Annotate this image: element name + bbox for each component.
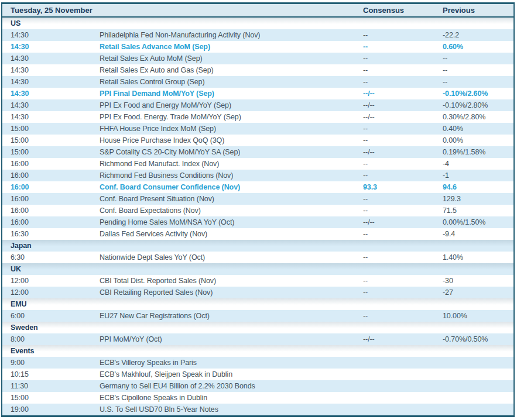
event-time: 14:30 bbox=[11, 29, 100, 41]
consensus-value: -- bbox=[363, 64, 443, 76]
event-row[interactable]: 15:00S&P Cotality CS 20-City MoM/YoY SA … bbox=[2, 146, 513, 158]
previous-value bbox=[443, 392, 513, 404]
event-time: 8:00 bbox=[11, 333, 100, 345]
event-name: ECB's Villeroy Speaks in Paris bbox=[100, 357, 363, 369]
event-row[interactable]: 14:30PPI Ex Food and Energy MoM/YoY (Sep… bbox=[2, 99, 513, 111]
event-row[interactable]: 10:15ECB's Makhlouf, Sleijpen Speak in D… bbox=[2, 369, 513, 380]
consensus-value: -- bbox=[363, 275, 443, 287]
consensus-value: --/-- bbox=[363, 216, 443, 228]
previous-value: -22.2 bbox=[443, 29, 513, 41]
event-row[interactable]: 16:00Pending Home Sales MoM/NSA YoY (Oct… bbox=[2, 216, 513, 228]
consensus-value: -- bbox=[363, 53, 443, 64]
event-row[interactable]: 19:00U.S. To Sell USD70 Bln 5-Year Notes bbox=[2, 404, 513, 415]
event-row[interactable]: 16:00Richmond Fed Manufact. Index (Nov)-… bbox=[2, 158, 513, 170]
event-name: Retail Sales Ex Auto and Gas (Sep) bbox=[100, 64, 363, 76]
previous-value: -- bbox=[443, 76, 513, 88]
event-time: 16:00 bbox=[11, 193, 100, 205]
section-label: EMU bbox=[11, 298, 513, 310]
event-row[interactable]: 14:30PPI Ex Food. Energy. Trade MoM/YoY … bbox=[2, 111, 513, 123]
previous-column-header: Previous bbox=[443, 4, 513, 16]
event-row[interactable]: 14:30Retail Sales Ex Auto and Gas (Sep)-… bbox=[2, 64, 513, 76]
event-row[interactable]: 16:00Richmond Fed Business Conditions (N… bbox=[2, 170, 513, 181]
event-time: 15:00 bbox=[11, 146, 100, 158]
event-name: Conf. Board Consumer Confidence (Nov) bbox=[100, 181, 363, 193]
previous-value: 0.40% bbox=[443, 123, 513, 135]
event-time: 16:00 bbox=[11, 216, 100, 228]
previous-value: -- bbox=[443, 53, 513, 64]
previous-value: -27 bbox=[443, 287, 513, 298]
event-row[interactable]: 8:00PPI MoM/YoY (Oct)--/---0.70%/0.50% bbox=[2, 333, 513, 345]
event-row[interactable]: 9:00ECB's Villeroy Speaks in Paris bbox=[2, 357, 513, 369]
section-row: Events bbox=[2, 345, 513, 357]
event-name: PPI Ex Food. Energy. Trade MoM/YoY (Sep) bbox=[100, 111, 363, 123]
consensus-value: -- bbox=[363, 310, 443, 322]
event-name: ECB's Cipollone Speaks in Dublin bbox=[100, 392, 363, 404]
previous-value: -- bbox=[443, 64, 513, 76]
previous-value bbox=[443, 404, 513, 415]
previous-value: -1 bbox=[443, 170, 513, 181]
event-row[interactable]: 6:30Nationwide Dept Sales YoY (Oct)--1.4… bbox=[2, 252, 513, 263]
previous-value: -30 bbox=[443, 275, 513, 287]
event-name: ECB's Makhlouf, Sleijpen Speak in Dublin bbox=[100, 369, 363, 380]
consensus-value bbox=[363, 357, 443, 369]
event-name: Nationwide Dept Sales YoY (Oct) bbox=[100, 252, 363, 263]
previous-value: 1.40% bbox=[443, 252, 513, 263]
previous-value: 71.5 bbox=[443, 205, 513, 216]
event-row[interactable]: 15:00ECB's Cipollone Speaks in Dublin bbox=[2, 392, 513, 404]
event-row[interactable]: 14:30PPI Final Demand MoM/YoY (Sep)--/--… bbox=[2, 88, 513, 99]
event-name: CBI Retailing Reported Sales (Nov) bbox=[100, 287, 363, 298]
consensus-value: --/-- bbox=[363, 88, 443, 99]
event-time: 16:00 bbox=[11, 205, 100, 216]
consensus-value: -- bbox=[363, 123, 443, 135]
event-row[interactable]: 16:00Conf. Board Present Situation (Nov)… bbox=[2, 193, 513, 205]
event-time: 12:00 bbox=[11, 275, 100, 287]
event-name: CBI Total Dist. Reported Sales (Nov) bbox=[100, 275, 363, 287]
consensus-value: --/-- bbox=[363, 146, 443, 158]
event-row[interactable]: 14:30Philadelphia Fed Non-Manufacturing … bbox=[2, 29, 513, 41]
event-name: EU27 New Car Registrations (Oct) bbox=[100, 310, 363, 322]
event-name: Retail Sales Ex Auto MoM (Sep) bbox=[100, 53, 363, 64]
consensus-value: --/-- bbox=[363, 333, 443, 345]
event-row[interactable]: 6:00EU27 New Car Registrations (Oct)--10… bbox=[2, 310, 513, 322]
consensus-value: -- bbox=[363, 287, 443, 298]
event-row[interactable]: 11:30Germany to Sell EU4 Billion of 2.2%… bbox=[2, 380, 513, 392]
event-row[interactable]: 15:00FHFA House Price Index MoM (Sep)--0… bbox=[2, 123, 513, 135]
event-row[interactable]: 16:30Dallas Fed Services Activity (Nov)-… bbox=[2, 228, 513, 240]
event-time: 16:00 bbox=[11, 170, 100, 181]
consensus-value bbox=[363, 392, 443, 404]
previous-value: -0.10%/2.80% bbox=[443, 99, 513, 111]
previous-value bbox=[443, 357, 513, 369]
event-name: Conf. Board Present Situation (Nov) bbox=[100, 193, 363, 205]
consensus-column-header: Consensus bbox=[363, 4, 443, 16]
event-row[interactable]: 14:30Retail Sales Advance MoM (Sep)--0.6… bbox=[2, 41, 513, 53]
event-row[interactable]: 12:00CBI Total Dist. Reported Sales (Nov… bbox=[2, 275, 513, 287]
event-time: 15:00 bbox=[11, 392, 100, 404]
event-row[interactable]: 14:30Retail Sales Control Group (Sep)---… bbox=[2, 76, 513, 88]
event-time: 11:30 bbox=[11, 380, 100, 392]
event-time: 15:00 bbox=[11, 123, 100, 135]
event-time: 16:00 bbox=[11, 181, 100, 193]
calendar-rows: US14:30Philadelphia Fed Non-Manufacturin… bbox=[2, 18, 513, 415]
event-time: 12:00 bbox=[11, 287, 100, 298]
event-row[interactable]: 14:30Retail Sales Ex Auto MoM (Sep)---- bbox=[2, 53, 513, 64]
event-name: Retail Sales Control Group (Sep) bbox=[100, 76, 363, 88]
consensus-value: -- bbox=[363, 158, 443, 170]
event-row[interactable]: 15:00House Price Purchase Index QoQ (3Q)… bbox=[2, 135, 513, 146]
event-row[interactable]: 12:00CBI Retailing Reported Sales (Nov)-… bbox=[2, 287, 513, 298]
event-row[interactable]: 16:00Conf. Board Consumer Confidence (No… bbox=[2, 181, 513, 193]
event-name: Richmond Fed Business Conditions (Nov) bbox=[100, 170, 363, 181]
section-label: Japan bbox=[11, 240, 513, 252]
event-row[interactable]: 16:00Conf. Board Expectations (Nov)--71.… bbox=[2, 205, 513, 216]
section-label: UK bbox=[11, 263, 513, 275]
event-time: 9:00 bbox=[11, 357, 100, 369]
consensus-value: --/-- bbox=[363, 99, 443, 111]
previous-value bbox=[443, 380, 513, 392]
event-name: House Price Purchase Index QoQ (3Q) bbox=[100, 135, 363, 146]
event-time: 14:30 bbox=[11, 76, 100, 88]
event-name: Pending Home Sales MoM/NSA YoY (Oct) bbox=[100, 216, 363, 228]
consensus-value bbox=[363, 380, 443, 392]
consensus-value: -- bbox=[363, 228, 443, 240]
event-time: 15:00 bbox=[11, 135, 100, 146]
event-name: PPI Final Demand MoM/YoY (Sep) bbox=[100, 88, 363, 99]
event-name: U.S. To Sell USD70 Bln 5-Year Notes bbox=[100, 404, 363, 415]
